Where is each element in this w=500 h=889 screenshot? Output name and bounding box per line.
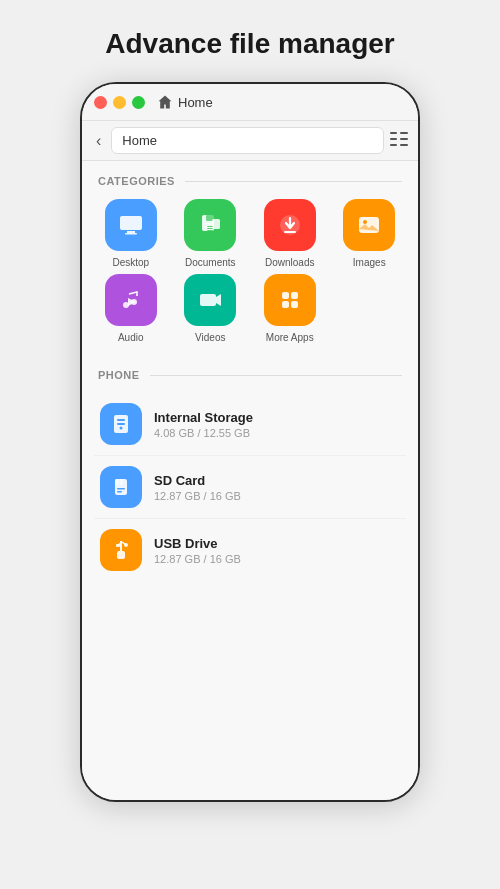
category-item-videos[interactable]: Videos bbox=[174, 274, 248, 343]
title-bar: Home bbox=[82, 84, 418, 121]
svg-rect-24 bbox=[282, 301, 289, 308]
svg-rect-16 bbox=[284, 231, 296, 233]
phone-frame: Home ‹ CATEGORIES bbox=[80, 82, 420, 802]
downloads-label: Downloads bbox=[265, 257, 314, 268]
internal-storage-info: Internal Storage 4.08 GB / 12.55 GB bbox=[154, 410, 253, 439]
address-bar-row: ‹ bbox=[82, 121, 418, 161]
category-item-moreapps[interactable]: More Apps bbox=[253, 274, 327, 343]
list-view-icon[interactable] bbox=[390, 131, 408, 151]
phone-section-header: PHONE bbox=[82, 355, 418, 389]
storage-item-internal[interactable]: Internal Storage 4.08 GB / 12.55 GB bbox=[94, 393, 406, 456]
desktop-label: Desktop bbox=[112, 257, 149, 268]
category-item-audio[interactable]: Audio bbox=[94, 274, 168, 343]
svg-rect-5 bbox=[400, 144, 408, 146]
svg-point-20 bbox=[131, 299, 137, 305]
categories-label: CATEGORIES bbox=[98, 175, 175, 187]
svg-rect-23 bbox=[291, 292, 298, 299]
svg-point-19 bbox=[123, 302, 129, 308]
close-button[interactable] bbox=[94, 96, 107, 109]
svg-rect-8 bbox=[125, 233, 137, 235]
sdcard-info: SD Card 12.87 GB / 16 GB bbox=[154, 473, 241, 502]
usb-size: 12.87 GB / 16 GB bbox=[154, 553, 241, 565]
svg-point-18 bbox=[363, 220, 367, 224]
audio-label: Audio bbox=[118, 332, 144, 343]
moreapps-label: More Apps bbox=[266, 332, 314, 343]
traffic-lights bbox=[94, 96, 145, 109]
category-grid: Desktop ≡ Documents bbox=[82, 195, 418, 355]
svg-rect-6 bbox=[120, 216, 142, 230]
home-icon bbox=[157, 94, 173, 110]
svg-rect-22 bbox=[282, 292, 289, 299]
sdcard-size: 12.87 GB / 16 GB bbox=[154, 490, 241, 502]
svg-rect-25 bbox=[291, 301, 298, 308]
downloads-icon bbox=[264, 199, 316, 251]
address-input[interactable] bbox=[111, 127, 384, 154]
phone-label: PHONE bbox=[98, 369, 140, 381]
back-button[interactable]: ‹ bbox=[92, 130, 105, 152]
images-icon bbox=[343, 199, 395, 251]
svg-rect-34 bbox=[117, 491, 122, 493]
svg-rect-1 bbox=[390, 138, 397, 140]
svg-rect-35 bbox=[117, 551, 125, 559]
svg-rect-3 bbox=[400, 132, 408, 134]
category-item-desktop[interactable]: Desktop bbox=[94, 199, 168, 268]
svg-rect-2 bbox=[390, 144, 397, 146]
internal-storage-size: 4.08 GB / 12.55 GB bbox=[154, 427, 253, 439]
svg-rect-28 bbox=[117, 423, 125, 425]
moreapps-icon bbox=[264, 274, 316, 326]
minimize-button[interactable] bbox=[113, 96, 126, 109]
sdcard-icon bbox=[100, 466, 142, 508]
storage-item-usb[interactable]: USB Drive 12.87 GB / 16 GB bbox=[94, 519, 406, 581]
categories-divider bbox=[185, 181, 402, 182]
maximize-button[interactable] bbox=[132, 96, 145, 109]
usb-info: USB Drive 12.87 GB / 16 GB bbox=[154, 536, 241, 565]
svg-rect-7 bbox=[127, 231, 135, 233]
audio-icon bbox=[105, 274, 157, 326]
internal-storage-icon bbox=[100, 403, 142, 445]
svg-rect-4 bbox=[400, 138, 408, 140]
storage-list: Internal Storage 4.08 GB / 12.55 GB SD C… bbox=[82, 389, 418, 585]
svg-rect-0 bbox=[390, 132, 397, 134]
sdcard-name: SD Card bbox=[154, 473, 241, 488]
svg-rect-27 bbox=[117, 419, 125, 421]
home-title-area: Home bbox=[157, 94, 213, 110]
content-area: CATEGORIES Desktop bbox=[82, 161, 418, 800]
desktop-icon bbox=[105, 199, 157, 251]
category-item-images[interactable]: Images bbox=[333, 199, 407, 268]
usb-name: USB Drive bbox=[154, 536, 241, 551]
category-item-documents[interactable]: ≡ Documents bbox=[174, 199, 248, 268]
videos-icon bbox=[184, 274, 236, 326]
svg-rect-32 bbox=[120, 479, 123, 485]
svg-rect-21 bbox=[200, 294, 216, 306]
usb-icon bbox=[100, 529, 142, 571]
categories-section-header: CATEGORIES bbox=[82, 161, 418, 195]
category-item-downloads[interactable]: Downloads bbox=[253, 199, 327, 268]
svg-point-29 bbox=[120, 427, 123, 430]
phone-divider bbox=[150, 375, 402, 376]
internal-storage-name: Internal Storage bbox=[154, 410, 253, 425]
title-bar-label: Home bbox=[178, 95, 213, 110]
svg-text:≡: ≡ bbox=[207, 222, 213, 234]
page-title: Advance file manager bbox=[105, 28, 394, 60]
images-label: Images bbox=[353, 257, 386, 268]
videos-label: Videos bbox=[195, 332, 225, 343]
svg-rect-31 bbox=[115, 479, 119, 485]
documents-label: Documents bbox=[185, 257, 236, 268]
svg-rect-33 bbox=[117, 488, 125, 490]
documents-icon: ≡ bbox=[184, 199, 236, 251]
storage-item-sdcard[interactable]: SD Card 12.87 GB / 16 GB bbox=[94, 456, 406, 519]
